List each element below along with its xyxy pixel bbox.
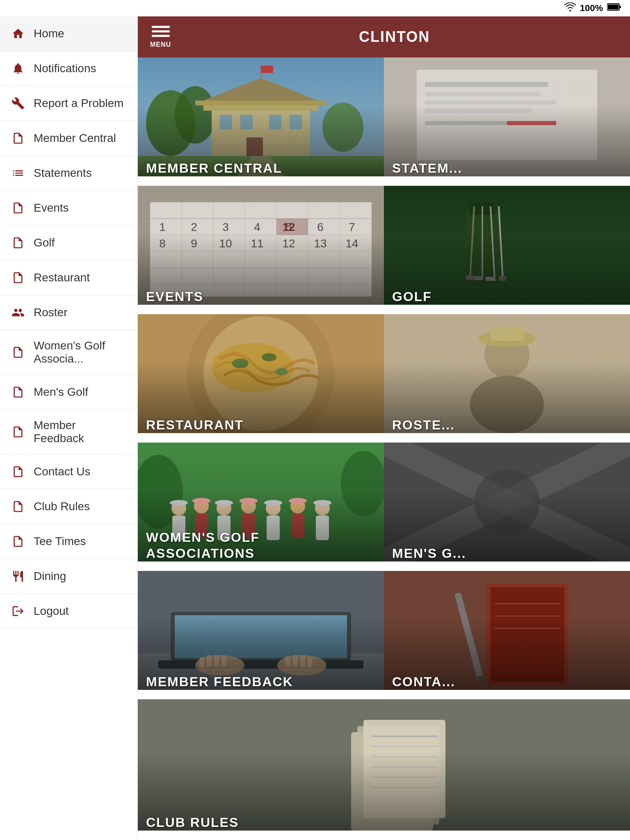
logout-icon [10,603,26,619]
tile-label-mens-golf: MEN'S G... [392,546,466,561]
app-header: MENU CLINTON [138,16,630,57]
sidebar-label-mens-golf: Men's Golf [34,386,88,399]
wrench-icon [10,95,26,112]
sidebar-item-womens-golf[interactable]: Women's Golf Associa... [0,330,137,375]
tile-label-restaurant: RESTAURANT [146,417,244,433]
tee-times-icon [10,533,26,550]
menu-bar-2 [152,30,170,32]
tile-roster[interactable]: ROSTE... [384,314,630,443]
sidebar-label-member-central: Member Central [34,132,116,145]
sidebar: Home Notifications Report a Problem Memb… [0,16,138,840]
bell-icon [10,60,26,77]
events-icon [10,200,26,216]
womens-golf-icon [10,344,26,361]
svg-rect-1 [608,5,619,9]
tile-statements[interactable]: STATEM... [384,57,630,186]
tile-contact-us[interactable]: CONTA... [384,571,630,699]
tile-label-events: EVENTS [146,289,203,304]
tile-label-member-feedback: MEMBER FEEDBACK [146,674,293,689]
sidebar-item-home[interactable]: Home [0,16,137,51]
tile-label-contact-us: CONTA... [392,674,455,689]
tile-overlay-mens-golf [384,443,630,562]
sidebar-item-club-rules[interactable]: Club Rules [0,489,137,524]
home-icon [10,25,26,42]
club-rules-icon [10,498,26,515]
tile-overlay-club-rules [138,699,630,831]
contact-icon [10,463,26,480]
tile-womens-golf[interactable]: WOMEN'S GOLFASSOCIATIONS [138,443,384,571]
tile-member-central[interactable]: MEMBER CENTRAL [138,57,384,186]
menu-bar-3 [152,35,170,37]
tile-overlay-member-central [138,57,384,176]
golf-icon [10,235,26,251]
sidebar-item-contact-us[interactable]: Contact Us [0,454,137,489]
status-bar: 100% [0,0,630,16]
app-container: Home Notifications Report a Problem Memb… [0,16,630,840]
wifi-icon [564,2,576,14]
sidebar-label-tee-times: Tee Times [34,535,86,548]
tile-label-roster: ROSTE... [392,417,455,433]
roster-icon [10,304,26,321]
sidebar-item-events[interactable]: Events [0,191,137,226]
sidebar-item-notifications[interactable]: Notifications [0,51,137,86]
tile-label-statements: STATEM... [392,160,462,176]
sidebar-item-tee-times[interactable]: Tee Times [0,524,137,559]
sidebar-item-member-feedback[interactable]: Member Feedback [0,410,137,454]
menu-bar-1 [152,26,170,28]
sidebar-item-report-problem[interactable]: Report a Problem [0,86,137,121]
member-feedback-icon [10,424,26,440]
dining-icon [10,568,26,584]
content-area: MENU CLINTON [138,16,630,840]
header-title: CLINTON [171,28,618,46]
statements-icon [10,165,26,181]
sidebar-label-logout: Logout [34,605,69,618]
tile-overlay-golf [384,186,630,305]
tile-mens-golf[interactable]: MEN'S G... [384,443,630,571]
tiles-grid: MEMBER CENTRAL [138,57,630,840]
sidebar-label-dining: Dining [34,570,66,583]
sidebar-label-report-problem: Report a Problem [34,97,123,110]
member-central-icon [10,130,26,146]
tile-overlay-roster [384,314,630,433]
sidebar-label-golf: Golf [34,236,55,249]
tile-label-member-central: MEMBER CENTRAL [146,160,282,176]
sidebar-item-restaurant[interactable]: Restaurant [0,260,137,295]
tile-overlay-events [138,186,384,305]
sidebar-label-events: Events [34,201,69,215]
sidebar-item-statements[interactable]: Statements [0,156,137,191]
battery-percentage: 100% [580,3,603,14]
sidebar-item-roster[interactable]: Roster [0,295,137,330]
tile-golf[interactable]: GOLF [384,186,630,314]
tile-overlay-contact-us [384,571,630,690]
sidebar-label-womens-golf: Women's Golf Associa... [34,339,128,365]
restaurant-icon [10,269,26,286]
sidebar-label-club-rules: Club Rules [34,500,90,513]
tile-overlay-restaurant [138,314,384,433]
tile-overlay-statements [384,57,630,176]
tile-member-feedback[interactable]: MEMBER FEEDBACK [138,571,384,699]
svg-rect-2 [619,6,621,8]
tile-overlay-member-feedback [138,571,384,690]
tile-label-golf: GOLF [392,289,432,304]
tile-club-rules[interactable]: CLUB RULES [138,699,630,840]
tile-label-club-rules: CLUB RULES [146,815,239,830]
sidebar-item-logout[interactable]: Logout [0,594,137,629]
sidebar-item-golf[interactable]: Golf [0,226,137,260]
sidebar-item-dining[interactable]: Dining [0,559,137,594]
tile-events[interactable]: 1 2 3 4 5 6 7 8 9 10 11 12 13 14 [138,186,384,314]
tile-restaurant[interactable]: RESTAURANT [138,314,384,443]
tile-label-womens-golf: WOMEN'S GOLFASSOCIATIONS [146,530,260,561]
battery-icon [607,3,622,14]
menu-label: MENU [150,41,171,48]
sidebar-label-restaurant: Restaurant [34,271,90,284]
mens-golf-icon [10,384,26,400]
sidebar-label-contact-us: Contact Us [34,465,91,478]
sidebar-label-member-feedback: Member Feedback [34,419,128,445]
sidebar-item-mens-golf[interactable]: Men's Golf [0,375,137,410]
menu-button[interactable]: MENU [150,26,171,48]
sidebar-label-notifications: Notifications [34,62,96,75]
sidebar-label-statements: Statements [34,167,92,180]
sidebar-label-home: Home [34,27,64,40]
sidebar-item-member-central[interactable]: Member Central [0,121,137,156]
sidebar-label-roster: Roster [34,306,67,319]
